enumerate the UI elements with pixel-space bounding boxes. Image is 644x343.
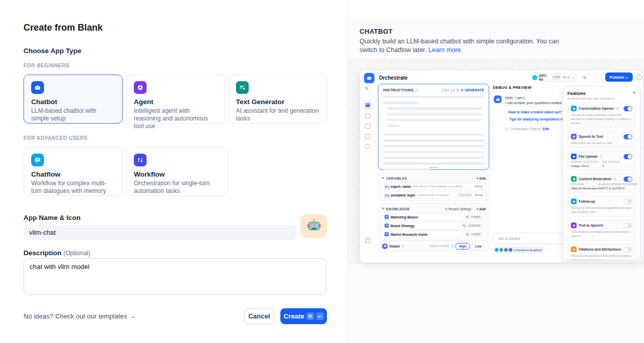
dataset-icon — [385, 215, 389, 219]
feature-dot-icon — [504, 248, 508, 252]
feature-text-to-speech: Text to Speech Conversation messages can… — [567, 219, 636, 241]
resolution-high-option[interactable]: High — [456, 243, 470, 250]
meta-value: Image, Docs — [571, 164, 598, 167]
rail-sliders-icon[interactable]: ⇅ — [365, 86, 369, 91]
feature-toggle[interactable] — [624, 223, 632, 228]
bottom-checkbox-icon[interactable] — [366, 238, 370, 243]
add-knowledge-button[interactable]: + Add — [476, 207, 486, 211]
choose-app-type-label: Choose App Type — [23, 47, 81, 55]
char-count: 2182 — [441, 88, 449, 92]
instructions-panel[interactable]: INSTRUCTIONS 2182 {x} ⧉ ✦ GENERATE — [378, 84, 489, 170]
app-type-card-chatflow[interactable]: Chatflow Workflow for complex multi-turn… — [23, 147, 123, 196]
feature-toggle[interactable] — [624, 154, 632, 159]
app-type-card-chatbot[interactable]: Chatbot LLM-based chatbot with simple se… — [23, 75, 123, 124]
create-app-screen: Create from Blank Choose App Type FOR BE… — [0, 0, 644, 343]
variable-braces-icon[interactable]: {x} — [451, 88, 455, 92]
create-button[interactable]: Create ⌘ ↵ — [280, 308, 327, 324]
variable-row[interactable]: {x} unrelated_topic A placeholder for to… — [381, 191, 486, 199]
skeleton-line — [387, 113, 482, 116]
model-provider-icon — [532, 75, 537, 80]
variables-title: VARIABLES — [386, 177, 407, 180]
info-icon — [415, 89, 418, 92]
knowledge-row[interactable]: Brand Strategy HQ · INVERTED — [381, 222, 486, 229]
copy-icon[interactable]: ⧉ — [457, 88, 459, 92]
generate-label: GENERATE — [465, 88, 484, 92]
cancel-button[interactable]: Cancel — [244, 308, 274, 324]
feature-toggle[interactable] — [624, 106, 632, 111]
knowledge-row[interactable]: Marketing Basics HQ · HYBRID — [381, 213, 486, 220]
feature-toggle[interactable] — [624, 247, 632, 252]
meta-label: MAX UPLOADS — [602, 161, 620, 163]
description-textarea[interactable]: chat with vllm model — [23, 258, 326, 295]
generate-button[interactable]: ✦ GENERATE — [461, 88, 484, 92]
resolution-label: RESOLUTION — [430, 244, 449, 248]
text-generator-icon — [236, 81, 249, 94]
feature-name: Speech to Text — [579, 135, 603, 138]
chatbot-preview-image: Orchestrate GPT-4o CHAT ⌄ ⇅ Publish ⌄ ⇅ — [360, 70, 643, 263]
preview-background: Orchestrate GPT-4o CHAT ⌄ ⇅ Publish ⌄ ⇅ — [347, 59, 644, 264]
publish-button[interactable]: Publish ⌄ — [605, 72, 633, 82]
meta-label: PROVIDER — [571, 183, 594, 186]
model-selector[interactable]: GPT-4o CHAT ⌄ — [530, 73, 577, 82]
feature-toggle[interactable] — [624, 177, 632, 182]
top-strip — [347, 0, 644, 20]
features-enabled-pill[interactable]: 4 Features Enabled — [493, 247, 545, 253]
close-icon[interactable]: ✕ — [632, 91, 636, 95]
meta-value: OpenAI Moderation — [571, 186, 594, 190]
rail-prompt-icon[interactable] — [364, 101, 372, 109]
add-variable-button[interactable]: + Add — [476, 177, 486, 180]
bot-greeting-line1: Hello, I am L. — [505, 96, 526, 100]
knowledge-badge: HQ · HYBRID — [463, 232, 483, 236]
followup-chat-icon — [571, 199, 577, 204]
feature-description: Voice input can be used in chat. — [571, 141, 632, 145]
feature-citations: Citations and Attributions Show source d… — [567, 243, 636, 260]
app-name-label: App Name & Icon — [23, 214, 81, 222]
opener-label: Conversation Opener — [510, 127, 541, 131]
history-clock-icon[interactable] — [636, 75, 642, 80]
variable-row[interactable]: {x} expert_name The name of the strategi… — [381, 183, 486, 190]
instructions-skeleton-text — [383, 96, 484, 170]
feature-name: Content Moderation — [579, 177, 611, 181]
variable-type: String — [474, 185, 483, 188]
app-type-description: Intelligent agent with reasoning and aut… — [134, 107, 218, 130]
description-label: Description (Optional) — [23, 249, 90, 257]
app-type-card-text-generator[interactable]: Text Generator AI assistant for text gen… — [228, 75, 327, 124]
rail-doc-icon[interactable] — [365, 124, 370, 129]
app-type-description: Workflow for complex multi-turn dialogue… — [31, 180, 115, 195]
feature-content-moderation: Content Moderation PROVIDER OpenAI Moder… — [567, 173, 636, 193]
enter-key-icon: ↵ — [316, 312, 324, 320]
dataset-icon — [385, 224, 389, 228]
info-icon — [613, 178, 616, 180]
rail-help-icon[interactable] — [365, 144, 370, 149]
dataset-icon — [385, 232, 389, 236]
chevron-down-icon[interactable] — [381, 177, 385, 179]
edit-link[interactable]: Edit — [543, 127, 549, 131]
sidepanel-description: Quickly build an LLM-based chatbot with … — [360, 37, 560, 55]
suggestion-link[interactable]: How to make a brand stand out? — [508, 110, 562, 114]
feature-file-upload: File Upload SUPPORT FILE TYPES Image, Do… — [567, 151, 636, 170]
knowledge-row[interactable]: Market Research Guide HQ · HYBRID — [381, 231, 486, 238]
rail-chat-icon[interactable] — [365, 134, 370, 139]
app-name-input[interactable] — [23, 225, 296, 240]
app-type-card-agent[interactable]: Agent Intelligent agent with reasoning a… — [126, 75, 225, 124]
templates-link[interactable]: No ideas? Check out our templates→ — [23, 312, 136, 320]
app-type-card-workflow[interactable]: Workflow Orchestration for single-turn a… — [126, 147, 228, 196]
knowledge-badge: HQ · HYBRID — [463, 215, 483, 219]
model-config-icon[interactable]: ⇅ — [583, 75, 587, 80]
rail-image-icon[interactable] — [365, 113, 370, 118]
skeleton-line — [383, 102, 419, 104]
knowledge-name: Marketing Basics — [391, 215, 461, 219]
resolution-low-option[interactable]: Low — [471, 243, 485, 250]
feature-description: You are an entity extraction model that … — [571, 113, 632, 125]
feature-toggle[interactable] — [624, 134, 632, 139]
resize-handle[interactable] — [429, 167, 438, 168]
feature-toggle[interactable] — [624, 199, 632, 204]
feature-speech-to-text: Speech to Text Voice input can be used i… — [567, 131, 636, 148]
conversation-opener-icon — [571, 106, 577, 111]
app-icon-picker[interactable] — [300, 214, 327, 238]
learn-more-link[interactable]: Learn more — [428, 46, 461, 54]
feature-description: Setting up next questions suggestion can… — [571, 206, 632, 214]
chevron-down-icon[interactable] — [381, 208, 385, 210]
rerank-settings-button[interactable]: ⇅ Rerank Settings — [445, 207, 471, 211]
instructions-title: INSTRUCTIONS — [383, 88, 414, 92]
